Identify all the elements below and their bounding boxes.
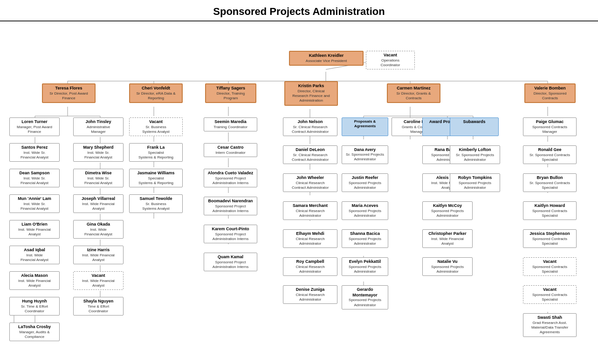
- box-daniel: Daniel DeLeon Sr. Clinical ResearchContr…: [283, 145, 337, 164]
- box-john-t: John Tinsley AdministrativeManager: [73, 117, 124, 136]
- box-roy: Roy Campbell Clinical ResearchAdministra…: [283, 257, 337, 276]
- box-izine: Izine Harris Inst. Wide FinancialAnalyst: [73, 246, 124, 264]
- box-cheri: Cheri Vonfeldt Sr Director, eRA Data &Re…: [129, 83, 183, 103]
- box-shayla: Shayla Nguyen Time & EffortCoordinator: [73, 297, 124, 316]
- box-bryan: Bryan Bullon Sr. Sponsored ContractsSpec…: [523, 173, 577, 192]
- box-latosha: LaTosha Crosby Manager, Audits &Complian…: [9, 323, 60, 341]
- box-kimberly: Kimberly Lofton Sr. Sponsored ProjectsAd…: [450, 145, 500, 164]
- box-frank: Frank La SpecialistSystems & Reporting: [129, 143, 183, 162]
- box-samara: Samara Merchant Clinical ResearchAdminis…: [283, 201, 337, 220]
- box-cesar: Cesar Castro Intern Coordinator: [204, 143, 257, 157]
- box-alecia: Alecia Mason Inst. Wide FinancialAnalyst: [9, 271, 60, 290]
- box-john-n: John Nelson Sr. Clinical ResearchContrac…: [283, 117, 337, 136]
- page-title: Sponsored Projects Administration: [0, 0, 598, 21]
- box-kaitlyn-h: Kaitlyn Howard Sponsored ContractsSpecia…: [523, 201, 577, 220]
- box-mary: Mary Shepherd Inst. Wide Sr.Financial An…: [73, 143, 124, 162]
- box-jasmaine: Jasmaine Williams SpecialistSystems & Re…: [129, 169, 183, 187]
- box-liam: Liam O'Brien Inst. Wide FinancialAnalyst: [9, 220, 60, 239]
- box-paige: Paige Glumac Sponsored ContractsManager: [523, 117, 577, 136]
- box-natalie: Natalie Vu Sponsored ProjectsAdministrat…: [422, 257, 473, 276]
- box-joseph: Joseph Villarreal Inst. Wide FinancialAn…: [73, 194, 124, 213]
- box-vacant-fa: Vacant Inst. Wide FinancialAnalyst: [73, 271, 124, 290]
- box-karem: Karem Court-Pinto Sponsored ProjectAdmin…: [204, 225, 257, 243]
- box-gina: Gina Okada Inst. WideFinancial Analyst: [73, 220, 124, 239]
- box-annie: Mun 'Annie' Lam Inst. Wide Sr.Financial …: [9, 194, 60, 213]
- box-hung: Hung Huynh Sr. Time & EffortCoordinator: [9, 297, 60, 316]
- box-justin: Justin Reefer Sponsored ProjectsAdminist…: [342, 173, 388, 192]
- box-teresa: Teresa Flores Sr Director, Post AwardFin…: [42, 83, 96, 103]
- box-evelyn-p: Evelyn Pekkattil Sponsored ProjectsAdmin…: [342, 257, 388, 276]
- box-robyn: Robyn Tompkins Sponsored ProjectsAdminis…: [450, 173, 500, 192]
- box-vacant-scs1: Vacant Sponsored ContractsSpecialist: [523, 257, 577, 276]
- box-vacant-sr: Vacant Sr. BusinessSystems Analyst: [129, 117, 183, 136]
- box-dimetra: Dimetra Wise Inst. Wide Sr.Financial Ana…: [73, 169, 124, 187]
- box-vacant-ops: Vacant OperationsCoordinator: [366, 51, 415, 69]
- box-ronald: Ronald Gee Sr. Sponsored ContractsSpecia…: [523, 145, 577, 164]
- box-kaitlyn-m: Kaitlyn McCoy Sponsored ProjectsAdminist…: [422, 201, 473, 220]
- box-jessica: Jessica Stephenson Sponsored ContractsSp…: [523, 229, 577, 248]
- box-carmen: Carmen Martinez Sr Director, Grants &Con…: [387, 83, 440, 103]
- box-dean: Dean Sampson Inst. Wide Sr.Financial Ana…: [9, 169, 60, 187]
- box-valerie: Valerie Bomben Director, SponsoredContra…: [524, 83, 576, 103]
- box-santos: Santos Perez Inst. Wide Sr.Financial Ana…: [9, 143, 60, 162]
- box-tiffany: Tiffany Sagers Director, TrainingProgram: [205, 83, 256, 103]
- box-seemin: Seemin Maredia Training Coordinator: [204, 117, 257, 131]
- box-samuel: Samuel Tewolde Sr. BusinessSystems Analy…: [129, 194, 183, 213]
- box-shanna: Shanna Bacica Sponsored ProjectsAdminist…: [342, 229, 388, 248]
- box-elhaym: Elhaym Mehdi Clinical ResearchAdministra…: [283, 229, 337, 248]
- box-vacant-scs2: Vacant Sponsored ContractsSpecialist: [523, 285, 577, 304]
- box-john-w: John Wheeler Clinical ResearchContract A…: [283, 173, 337, 192]
- box-swasti: Swasti Shah Grad Research Asst.Material/…: [523, 313, 577, 337]
- box-kristin: Kristin Parks Director, ClinicalResearch…: [284, 81, 338, 106]
- box-christopher: Christopher Parker Inst. Wide FinancialA…: [422, 229, 473, 248]
- box-denise: Denise Zuniga Clinical ResearchAdministr…: [283, 285, 337, 304]
- box-dana-avery: Dana Avery Sr. Sponsored ProjectsAdminis…: [342, 145, 388, 164]
- box-gerardo: Gerardo Montemayor Sponsored ProjectsAdm…: [342, 285, 388, 309]
- box-subawards: Subawards: [450, 117, 499, 136]
- box-boomadevi: Boomadevi Narendran Sponsored ProjectAdm…: [204, 197, 257, 215]
- box-alondra: Alondra Cueto Valadez Sponsored ProjectA…: [204, 169, 257, 187]
- box-asad: Asad Iqbal Inst. WideFinancial Analyst: [9, 246, 60, 264]
- box-kathleen: Kathleen Kreidler Associate Vice Preside…: [289, 51, 364, 66]
- box-proposals: Proposals &Agreements: [342, 117, 388, 136]
- box-maria: Maria Aceves Sponsored ProjectsAdministr…: [342, 201, 388, 220]
- box-loren: Loren Turner Manager, Post AwardFinance: [9, 117, 60, 136]
- box-quam: Quam Kamal Sponsored ProjectAdministrati…: [204, 253, 257, 271]
